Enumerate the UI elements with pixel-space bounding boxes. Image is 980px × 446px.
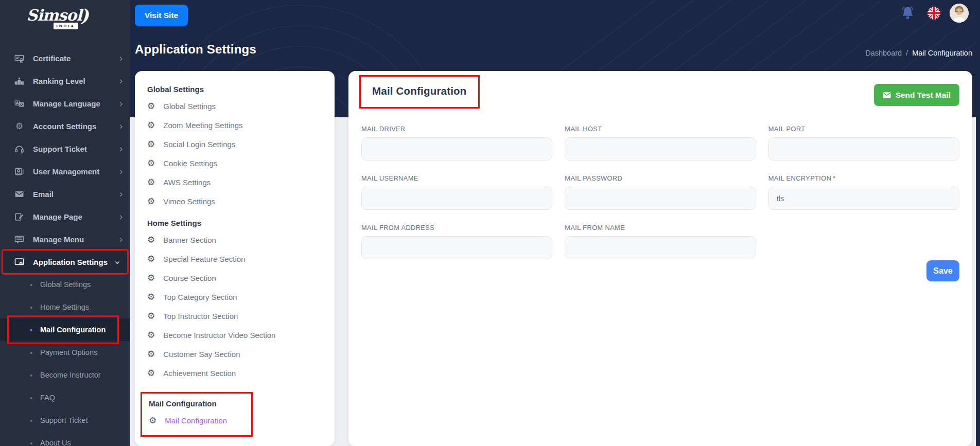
settings-nav-section-title: Mail Configuration	[149, 396, 251, 411]
right-scroll-strip[interactable]	[976, 0, 980, 446]
gear-icon: ⚙	[149, 416, 156, 425]
mail-username-input[interactable]	[361, 187, 552, 210]
sidebar-subitem-mail-configuration[interactable]: • Mail Configuration	[0, 318, 130, 341]
settings-nav-item-top-instructor-section[interactable]: ⚙ Top Instructor Section	[147, 307, 322, 326]
gear-icon: ⚙	[147, 159, 155, 168]
settings-nav-item-vimeo-settings[interactable]: ⚙ Vimeo Settings	[147, 192, 322, 211]
headset-icon	[14, 144, 24, 154]
field-label: MAIL HOST	[565, 125, 756, 133]
settings-nav-item-mail-configuration[interactable]: ⚙ Mail Configuration	[149, 411, 251, 430]
settings-nav-item-label: Course Section	[163, 274, 216, 282]
chevron-right-icon: ›	[119, 235, 123, 244]
sidebar-item-label: Account Settings	[33, 122, 96, 131]
form-field-mail-from-address: MAIL FROM ADDRESS	[361, 224, 552, 259]
breadcrumb-dashboard-link[interactable]: Dashboard	[865, 49, 902, 57]
sidebar-item-ranking-level[interactable]: Ranking Level ›	[0, 69, 130, 92]
sidebar-item-application-settings[interactable]: Application Settings ›	[3, 251, 127, 273]
settings-nav-item-banner-section[interactable]: ⚙ Banner Section	[147, 230, 322, 249]
settings-nav-item-top-category-section[interactable]: ⚙ Top Category Section	[147, 288, 322, 307]
language-icon	[14, 99, 24, 109]
sidebar-subitem-payment-options[interactable]: • Payment Options	[0, 341, 130, 364]
settings-nav-item-cookie-settings[interactable]: ⚙ Cookie Settings	[147, 154, 322, 173]
chevron-down-icon: ›	[113, 260, 123, 264]
save-button[interactable]: Save	[926, 260, 959, 281]
settings-nav-item-label: Banner Section	[163, 236, 216, 244]
chevron-right-icon: ›	[119, 189, 123, 199]
settings-nav-item-course-section[interactable]: ⚙ Course Section	[147, 269, 322, 288]
sidebar-subitem-faq[interactable]: • FAQ	[0, 386, 130, 409]
sidebar-item-email[interactable]: Email ›	[0, 183, 130, 205]
breadcrumb: Dashboard / Mail Configuration	[865, 49, 972, 57]
mail-encryption-input[interactable]	[768, 187, 959, 210]
mail-password-input[interactable]	[565, 187, 756, 210]
language-flag-icon[interactable]	[927, 6, 941, 20]
sidebar-subitem-label: Support Ticket	[40, 416, 88, 424]
visit-site-button[interactable]: Visit Site	[135, 5, 188, 26]
send-test-mail-label: Send Test Mail	[896, 91, 951, 100]
sidebar-subitem-become-instructor[interactable]: • Become Instructor	[0, 364, 130, 386]
sidebar-item-label: Manage Page	[33, 212, 82, 221]
user-avatar[interactable]	[950, 4, 969, 23]
bullet-dot-icon: •	[30, 439, 34, 446]
sidebar-item-label: Manage Menu	[33, 235, 84, 244]
gear-icon: ⚙	[147, 102, 155, 111]
brand-logo[interactable]: Simsol) INDIA	[0, 4, 130, 37]
sidebar-item-account-settings[interactable]: ⚙ Account Settings ›	[0, 115, 130, 137]
mail-configuration-card: Mail Configuration Send Test Mail MAIL D…	[348, 71, 972, 446]
settings-nav-item-label: Zoom Meeting Settings	[163, 121, 242, 130]
mail-from-address-input[interactable]	[361, 236, 552, 259]
bullet-dot-icon: •	[30, 304, 34, 311]
gear-icon: ⚙	[14, 121, 24, 131]
settings-nav-item-global-settings[interactable]: ⚙ Global Settings	[147, 97, 322, 116]
sidebar-item-label: User Management	[33, 167, 99, 176]
sidebar-item-support-ticket[interactable]: Support Ticket ›	[0, 137, 130, 160]
settings-nav-item-achievement-section[interactable]: ⚙ Achievement Section	[147, 364, 322, 383]
sidebar-item-user-management[interactable]: User Management ›	[0, 160, 130, 183]
sidebar-item-label: Application Settings	[33, 258, 108, 266]
mail-from-name-input[interactable]	[565, 236, 756, 259]
annotation-box-main-title: Mail Configuration	[359, 75, 480, 109]
sidebar-item-certificate[interactable]: Certificate ›	[0, 47, 130, 69]
certificate-icon	[14, 53, 24, 63]
sidebar-subitem-about-us[interactable]: • About Us	[0, 432, 130, 446]
settings-nav-item-social-login-settings[interactable]: ⚙ Social Login Settings	[147, 135, 322, 154]
sidebar-subitem-global-settings[interactable]: • Global Settings	[0, 273, 130, 296]
sidebar-subitem-label: Global Settings	[40, 280, 91, 289]
form-field-mail-host: MAIL HOST	[565, 125, 756, 160]
send-test-mail-button[interactable]: Send Test Mail	[874, 84, 959, 106]
mail-configuration-form: MAIL DRIVER MAIL HOST MAIL PORT MAIL USE…	[361, 125, 959, 259]
brand-country: INDIA	[54, 23, 79, 29]
notification-bell-icon[interactable]	[901, 6, 914, 20]
menu-list-icon	[14, 235, 24, 244]
breadcrumb-separator: /	[906, 49, 908, 57]
sidebar-item-manage-page[interactable]: Manage Page ›	[0, 205, 130, 228]
settings-nav-item-special-feature-section[interactable]: ⚙ Special Feature Section	[147, 249, 322, 269]
settings-nav-item-zoom-meeting-settings[interactable]: ⚙ Zoom Meeting Settings	[147, 116, 322, 135]
settings-nav-items: ⚙ Banner Section ⚙ Special Feature Secti…	[147, 230, 322, 383]
gear-icon: ⚙	[147, 236, 155, 244]
sidebar-subitem-support-ticket[interactable]: • Support Ticket	[0, 409, 130, 432]
field-label: MAIL USERNAME	[361, 174, 552, 182]
settings-nav-section-mail-configuration: Mail Configuration ⚙ Mail Configuration	[141, 392, 253, 437]
sidebar-subitem-label: FAQ	[40, 394, 55, 402]
mail-driver-input[interactable]	[361, 137, 552, 160]
bullet-dot-icon: •	[30, 349, 34, 356]
settings-nav-item-aws-settings[interactable]: ⚙ AWS Settings	[147, 173, 322, 192]
page-title: Application Settings	[135, 42, 256, 57]
sidebar-item-label: Support Ticket	[33, 145, 87, 153]
logo-swoosh-icon: )	[81, 5, 89, 26]
mail-host-input[interactable]	[565, 137, 756, 160]
settings-nav-item-become-instructor-video-section[interactable]: ⚙ Become Instructor Video Section	[147, 326, 322, 345]
sidebar-item-manage-language[interactable]: Manage Language ›	[0, 92, 130, 115]
sidebar-subitem-home-settings[interactable]: • Home Settings	[0, 296, 130, 318]
bullet-dot-icon: •	[30, 281, 34, 289]
sidebar-item-manage-menu[interactable]: Manage Menu ›	[0, 228, 130, 251]
app-settings-icon	[14, 257, 24, 267]
user-card-icon	[14, 167, 24, 176]
settings-nav-section-global-settings: Global Settings ⚙ Global Settings ⚙ Zoom…	[147, 81, 322, 211]
envelope-icon	[883, 92, 891, 99]
sidebar-item-label: Manage Language	[33, 99, 100, 108]
settings-nav-section-title: Global Settings	[147, 81, 322, 97]
mail-port-input[interactable]	[768, 137, 959, 160]
settings-nav-item-customer-say-section[interactable]: ⚙ Customer Say Section	[147, 345, 322, 364]
